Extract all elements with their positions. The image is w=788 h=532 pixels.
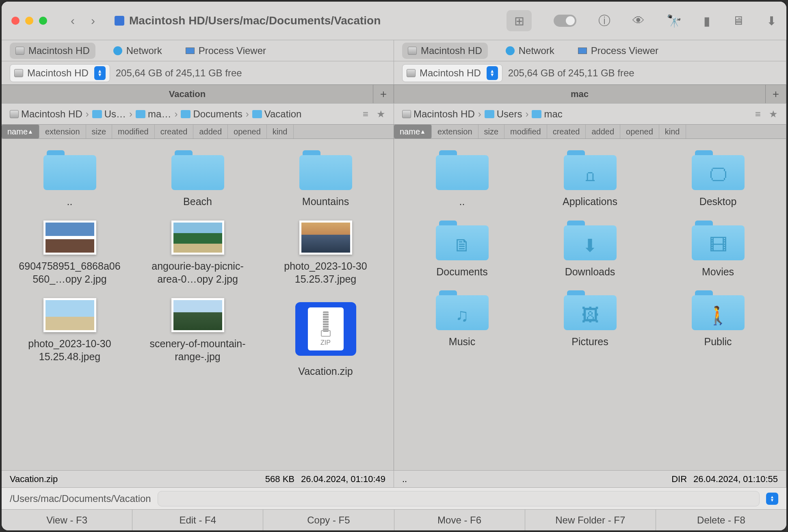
folder-icon: 🎞: [692, 221, 745, 260]
right-volume: Macintosh HD▲▼ 205,64 GB of 245,11 GB fr…: [394, 61, 786, 84]
item-label: 6904758951_6868a06560_…opy 2.jpg: [17, 260, 123, 286]
right-pane[interactable]: ..⩍Applications🖵Desktop🗎Documents⬇Downlo…: [394, 139, 786, 470]
chevron-right-icon: ›: [525, 108, 528, 120]
breadcrumb-item[interactable]: Us…: [92, 108, 126, 120]
column-header-opened[interactable]: opened: [620, 125, 659, 138]
folder-item[interactable]: 🗎Documents: [407, 221, 517, 279]
minimize-window-button[interactable]: [25, 17, 33, 25]
back-button[interactable]: ‹: [71, 14, 75, 28]
left-status: Vacation.zip 568 KB 26.04.2024, 01:10:49: [2, 471, 394, 487]
column-header-extension[interactable]: extension: [39, 125, 86, 138]
breadcrumb-item[interactable]: ma…: [136, 108, 171, 120]
bottom-button[interactable]: Delete - F8: [656, 510, 786, 530]
column-header-modified[interactable]: modified: [112, 125, 155, 138]
folder-item[interactable]: 🖵Desktop: [663, 150, 773, 208]
volume-free-text-r: 205,64 GB of 245,11 GB free: [508, 67, 634, 79]
window-title: Macintosh HD/Users/mac/Documents/Vacatio…: [115, 14, 381, 27]
breadcrumb-label: Documents: [193, 108, 242, 120]
column-header-kind[interactable]: kind: [267, 125, 294, 138]
item-label: Vacation.zip: [298, 365, 353, 378]
column-header-name[interactable]: name: [2, 125, 39, 138]
column-header-opened[interactable]: opened: [228, 125, 267, 138]
left-pane[interactable]: ..BeachMountains6904758951_6868a06560_…o…: [2, 139, 394, 470]
list-icon[interactable]: ≡: [755, 108, 761, 120]
icon-view-button[interactable]: ⊞: [507, 10, 532, 31]
breadcrumb-item[interactable]: Macintosh HD: [10, 108, 82, 120]
chevron-updown-icon[interactable]: ▲▼: [766, 493, 778, 505]
breadcrumb-item[interactable]: Macintosh HD: [402, 108, 475, 120]
add-tab-button[interactable]: +: [373, 85, 394, 103]
list-icon[interactable]: ≡: [363, 108, 368, 120]
right-drives: Macintosh HD Network Process Viewer: [394, 40, 786, 61]
image-thumbnail: [43, 221, 96, 255]
folder-glyph-icon: 🖼: [564, 305, 617, 325]
img-item[interactable]: 6904758951_6868a06560_…opy 2.jpg: [15, 221, 125, 286]
column-header-created[interactable]: created: [155, 125, 194, 138]
volume-name-r: Macintosh HD: [420, 67, 481, 79]
folder-item[interactable]: ♫Music: [407, 290, 517, 348]
zip-item[interactable]: ZIPVacation.zip: [271, 298, 381, 378]
column-header-name[interactable]: name: [394, 125, 432, 138]
path-input[interactable]: [158, 491, 760, 506]
breadcrumb-item[interactable]: Vacation: [252, 108, 302, 120]
star-icon[interactable]: ★: [377, 108, 385, 120]
breadcrumb-item[interactable]: mac: [532, 108, 562, 120]
img-item[interactable]: photo_2023-10-30 15.25.48.jpeg: [15, 298, 125, 378]
breadcrumb-item[interactable]: Users: [485, 108, 522, 120]
column-header-extension[interactable]: extension: [432, 125, 478, 138]
volume-select-r[interactable]: Macintosh HD▲▼: [402, 64, 502, 82]
column-header-modified[interactable]: modified: [504, 125, 547, 138]
breadcrumb-item[interactable]: Documents: [181, 108, 242, 120]
bottom-button[interactable]: New Folder - F7: [525, 510, 656, 530]
folder-item[interactable]: ..: [407, 150, 517, 208]
column-header-size[interactable]: size: [86, 125, 113, 138]
archive-icon[interactable]: ▮: [704, 14, 710, 28]
folder-item[interactable]: Mountains: [271, 150, 381, 208]
folder-item[interactable]: 🎞Movies: [663, 221, 773, 279]
add-tab-button-r[interactable]: +: [766, 85, 786, 103]
bottom-button[interactable]: View - F3: [2, 510, 132, 530]
folder-icon: 🚶: [692, 290, 745, 330]
bottom-button[interactable]: Move - F6: [394, 510, 525, 530]
folder-item[interactable]: 🚶Public: [663, 290, 773, 348]
img-item[interactable]: angourie-bay-picnic-area-0…opy 2.jpg: [143, 221, 253, 286]
toggle-switch[interactable]: [554, 15, 576, 27]
preview-icon[interactable]: 👁: [632, 14, 645, 28]
close-window-button[interactable]: [11, 17, 19, 25]
forward-button[interactable]: ›: [91, 14, 95, 28]
breadcrumb-label: Macintosh HD: [413, 108, 475, 120]
info-icon[interactable]: ⓘ: [598, 13, 610, 29]
folder-item[interactable]: Beach: [143, 150, 253, 208]
folder-item[interactable]: 🖼Pictures: [535, 290, 645, 348]
star-icon[interactable]: ★: [769, 108, 778, 120]
drive-tab-network[interactable]: Network: [108, 43, 168, 59]
drive-tab-network-r[interactable]: Network: [500, 43, 560, 59]
globe-icon: [113, 46, 122, 55]
bottom-button[interactable]: Copy - F5: [263, 510, 394, 530]
maximize-window-button[interactable]: [39, 17, 47, 25]
binoculars-icon[interactable]: 🔭: [667, 14, 682, 28]
column-header-added[interactable]: added: [586, 125, 620, 138]
column-header-kind[interactable]: kind: [659, 125, 686, 138]
volume-select[interactable]: Macintosh HD▲▼: [10, 64, 110, 82]
zip-file-icon: ZIP: [291, 298, 360, 360]
folder-item[interactable]: ⬇Downloads: [535, 221, 645, 279]
server-icon[interactable]: 🖥: [732, 14, 745, 28]
drive-tab-process-r[interactable]: Process Viewer: [572, 43, 664, 59]
download-icon[interactable]: ⬇: [766, 14, 777, 28]
bottom-button[interactable]: Edit - F4: [132, 510, 263, 530]
item-label: Mountains: [302, 195, 349, 208]
column-header-added[interactable]: added: [193, 125, 228, 138]
tab-mac[interactable]: mac: [394, 85, 766, 103]
drive-tab-hd-r[interactable]: Macintosh HD: [402, 43, 488, 59]
drive-tab-hd[interactable]: Macintosh HD: [10, 43, 95, 59]
folder-item[interactable]: ⩍Applications: [535, 150, 645, 208]
folder-item[interactable]: ..: [15, 150, 125, 208]
img-item[interactable]: photo_2023-10-30 15.25.37.jpeg: [271, 221, 381, 286]
drive-tab-process[interactable]: Process Viewer: [180, 43, 272, 59]
img-item[interactable]: scenery-of-mountain-range-.jpg: [143, 298, 253, 378]
tab-vacation[interactable]: Vacation: [2, 85, 373, 103]
column-header-size[interactable]: size: [478, 125, 505, 138]
item-label: angourie-bay-picnic-area-0…opy 2.jpg: [145, 260, 251, 286]
column-header-created[interactable]: created: [547, 125, 586, 138]
